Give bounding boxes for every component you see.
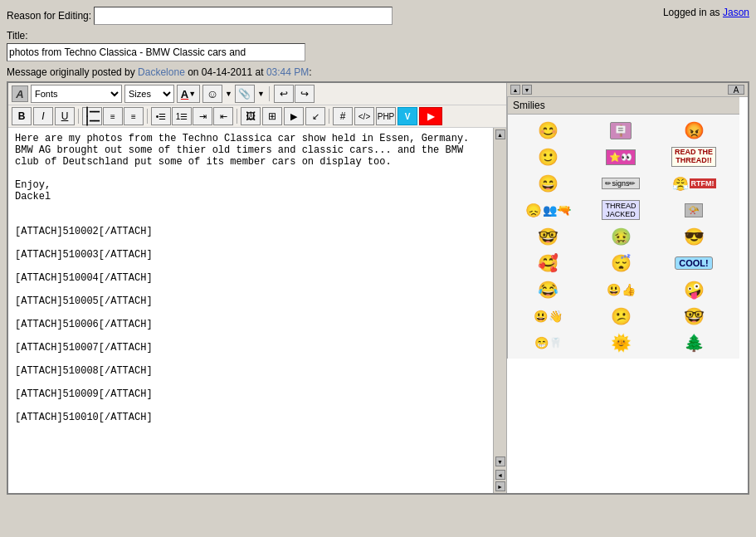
separator2 — [78, 109, 79, 124]
smiley-grin[interactable]: 😄 — [511, 171, 584, 196]
smiley-cool-sign[interactable]: 🪧 — [584, 118, 657, 143]
smilies-header: Smilies — [508, 97, 739, 115]
original-author-link[interactable]: Dackelone — [138, 66, 185, 78]
editor-container: A Fonts Sizes A ▼ ☺ ▼ 📎 — [7, 81, 749, 495]
smiley-crazy[interactable]: 🤪 — [657, 277, 730, 302]
smiley-trees[interactable]: 🌲 — [657, 330, 730, 355]
scroll-right-arrow[interactable]: ► — [495, 481, 505, 491]
title-input[interactable] — [7, 43, 305, 61]
separator3 — [147, 109, 148, 124]
smiley-teeth[interactable]: 😁🦷 — [511, 330, 584, 355]
table-button[interactable]: ⊞ — [262, 107, 282, 125]
smiley-love[interactable]: 🥰 — [511, 251, 584, 276]
media-button[interactable]: ▶ — [284, 107, 304, 125]
color-button[interactable]: A ▼ — [177, 85, 200, 103]
smiley-confused[interactable]: 😕 — [584, 304, 657, 329]
reason-label: Reason for Editing: — [7, 10, 91, 22]
right-mini-bar: ▲ ▼ ◄ ► — [493, 128, 506, 493]
align-right-button[interactable]: ≡ — [124, 107, 144, 125]
underline-button[interactable]: U — [55, 107, 75, 125]
smiley-eyeroll[interactable]: ⭐👀 — [584, 144, 657, 169]
login-info: Logged in as Jason — [663, 7, 749, 18]
smilies-panel-header-bar: ▲ ▼ A — [507, 83, 748, 97]
code-button[interactable]: </> — [354, 107, 374, 125]
smiley-sun[interactable]: 🌞 — [584, 330, 657, 355]
smilies-grid: 😊 🪧 😡 🙂 ⭐👀 READ THETHREAD!! 😄 — [508, 115, 739, 359]
align-center-button[interactable]: ≡ — [103, 107, 123, 125]
smiley-laugh[interactable]: 😂 — [511, 277, 584, 302]
undo-button[interactable]: ↩ — [274, 85, 294, 103]
smilies-header-arrows: ▲ ▼ — [510, 85, 532, 95]
separator4 — [237, 109, 237, 124]
size-select[interactable]: Sizes — [124, 85, 174, 103]
unordered-list-button[interactable]: •☰ — [151, 107, 171, 125]
smiley-cool[interactable]: 😎 — [657, 224, 730, 249]
undo-redo-group: ↩ ↪ — [274, 85, 315, 103]
editor-main: Here are my photos from the Techno Class… — [8, 128, 506, 493]
smiley-nerd[interactable]: 🤓 — [511, 224, 584, 249]
bold-button[interactable]: B — [12, 107, 32, 125]
smiley-threadjacked[interactable]: THREADJACKED — [584, 198, 657, 222]
php-button[interactable]: PHP — [376, 107, 396, 125]
editor-left: A Fonts Sizes A ▼ ☺ ▼ 📎 — [8, 83, 507, 493]
page-wrapper: Reason for Editing: Logged in as Jason T… — [0, 0, 756, 537]
smiley-read-thread[interactable]: READ THETHREAD!! — [657, 144, 730, 169]
title-section: Title: — [7, 30, 749, 61]
smiley-wave[interactable]: 😃👋 — [511, 304, 584, 329]
original-post-info: Message originally posted by Dackelone o… — [7, 66, 749, 78]
smiley-button[interactable]: ☺ — [202, 85, 222, 103]
separator1 — [269, 86, 270, 101]
scroll-down-arrow[interactable]: ▼ — [495, 456, 505, 466]
login-user-link[interactable]: Jason — [723, 7, 749, 18]
attachment-button[interactable]: 📎 — [235, 85, 255, 103]
smiley-sleep[interactable]: 😴 — [584, 251, 657, 276]
main-editor-textarea[interactable]: Here are my photos from the Techno Class… — [8, 128, 493, 493]
list-group: •☰ 1☰ ⇥ ⇤ — [151, 107, 233, 125]
attach-dropdown[interactable]: ▼ — [257, 90, 265, 98]
indent-in-button[interactable]: ⇥ — [193, 107, 212, 125]
scroll-left-arrow[interactable]: ◄ — [495, 470, 505, 480]
font-select[interactable]: Fonts — [31, 85, 122, 103]
smiley-horn[interactable]: 📯 — [657, 198, 730, 222]
font-icon[interactable]: A — [12, 85, 28, 102]
right-panel: ▲ ▼ A Smilies 😊 🪧 😡 🙂 — [507, 83, 748, 493]
indent-out-button[interactable]: ⇤ — [213, 107, 233, 125]
insert-button[interactable]: ↙ — [305, 107, 325, 125]
scroll-up-arrow[interactable]: ▲ — [495, 129, 505, 139]
image-button[interactable]: 🖼 — [241, 107, 261, 125]
smiley-cool-badge[interactable]: COOL! — [657, 251, 730, 276]
smiley-sad[interactable]: 😞 👥🔫 — [511, 198, 584, 222]
smiley-sign2[interactable]: ✏signs✏ — [584, 171, 657, 196]
smilies-scroll-down[interactable]: ▼ — [522, 85, 532, 95]
smilies-panel: Smilies 😊 🪧 😡 🙂 ⭐👀 READ THETHREA — [507, 97, 739, 359]
reason-section: Reason for Editing: — [7, 7, 393, 25]
ordered-list-button[interactable]: 1☰ — [172, 107, 192, 125]
smiley-sick[interactable]: 🤢 — [584, 224, 657, 249]
smiley-glasses[interactable]: 🤓 — [657, 304, 730, 329]
title-label: Title: — [7, 30, 749, 41]
youtube-button[interactable]: ▶ — [419, 107, 442, 125]
smiley-angry[interactable]: 😡 — [657, 118, 730, 143]
smilies-scroll-up[interactable]: ▲ — [510, 85, 520, 95]
smiley-smile[interactable]: 😊 — [511, 118, 584, 143]
smiley-smile2[interactable]: 🙂 — [511, 144, 584, 169]
smiley-rtfm[interactable]: 😤 RTFM! — [657, 171, 730, 196]
separator5 — [329, 109, 329, 124]
smiley-thumbsup[interactable]: 😃👍 — [584, 277, 657, 302]
top-bar: Reason for Editing: Logged in as Jason — [7, 7, 749, 25]
hash-button[interactable]: # — [333, 107, 353, 125]
toolbar-row1: A Fonts Sizes A ▼ ☺ ▼ 📎 — [8, 83, 506, 105]
align-group: ┃━━┃━━ ≡ ≡ — [82, 107, 144, 125]
original-time-link[interactable]: 03:44 PM — [266, 66, 309, 78]
redo-button[interactable]: ↪ — [295, 85, 315, 103]
align-left-button[interactable]: ┃━━┃━━ — [82, 107, 102, 125]
smiley-dropdown[interactable]: ▼ — [225, 90, 232, 98]
toolbar-row2: B I U ┃━━┃━━ ≡ ≡ •☰ 1☰ ⇥ ⇤ — [8, 105, 506, 128]
smilies-font-size[interactable]: A — [728, 85, 744, 95]
italic-button[interactable]: I — [33, 107, 53, 125]
reason-input[interactable] — [94, 7, 393, 25]
vimeo-button[interactable]: V — [398, 107, 417, 125]
